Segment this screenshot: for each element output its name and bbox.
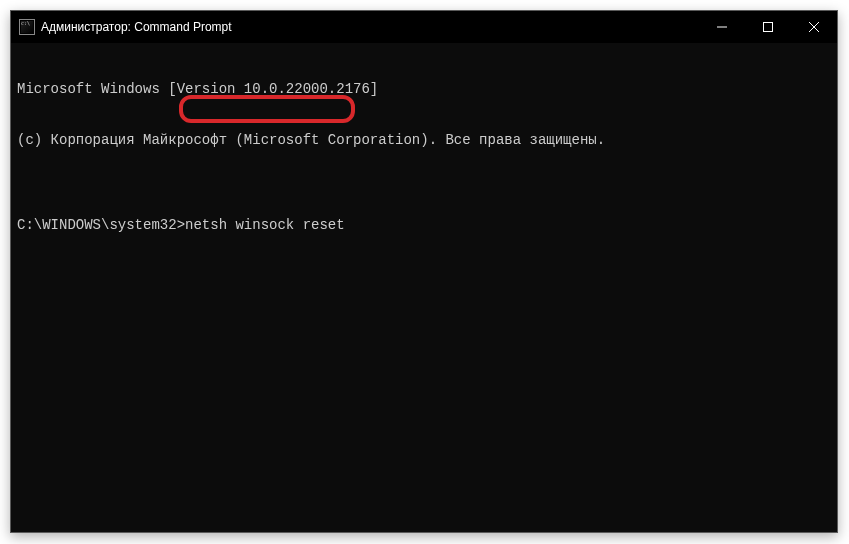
close-button[interactable]	[791, 11, 837, 43]
minimize-button[interactable]	[699, 11, 745, 43]
command-prompt-window: Администратор: Command Prompt Microsoft …	[10, 10, 838, 533]
cmd-icon	[19, 19, 35, 35]
terminal-area[interactable]: Microsoft Windows [Version 10.0.22000.21…	[11, 43, 837, 532]
titlebar[interactable]: Администратор: Command Prompt	[11, 11, 837, 43]
window-controls	[699, 11, 837, 43]
prompt-line: C:\WINDOWS\system32> netsh winsock reset	[17, 217, 831, 234]
window-title: Администратор: Command Prompt	[41, 20, 232, 34]
svg-rect-1	[764, 23, 773, 32]
maximize-button[interactable]	[745, 11, 791, 43]
output-line: Microsoft Windows [Version 10.0.22000.21…	[17, 81, 831, 98]
annotation-highlight	[179, 95, 355, 123]
output-line: (c) Корпорация Майкрософт (Microsoft Cor…	[17, 132, 831, 149]
prompt-path: C:\WINDOWS\system32>	[17, 217, 185, 234]
typed-command: netsh winsock reset	[185, 217, 345, 234]
